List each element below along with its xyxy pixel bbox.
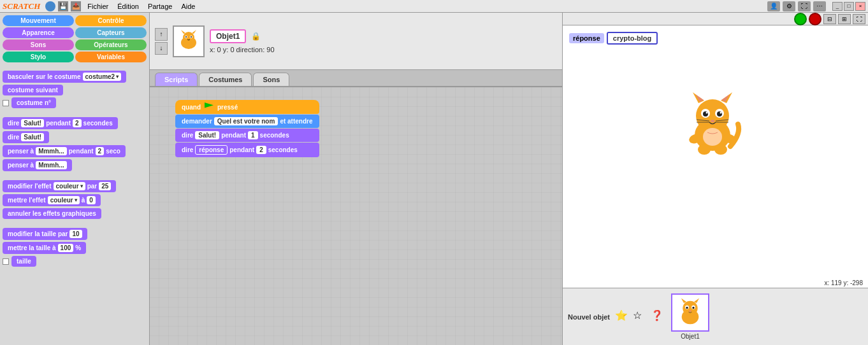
size-val[interactable]: 10 <box>69 230 82 238</box>
think-val[interactable]: Mmmh... <box>36 147 67 155</box>
cat-controle[interactable]: Contrôle <box>75 15 147 26</box>
svg-point-20 <box>711 120 714 122</box>
add-sprite-outline-icon[interactable]: ☆ <box>633 309 648 325</box>
block-effect-modify[interactable]: modifier l'effet couleur par 25 <box>3 180 116 192</box>
svg-point-9 <box>696 99 729 132</box>
block-costume-switch-row: basculer sur le costume costume2 <box>3 71 147 83</box>
sprite-panel: Nouvel objet ⭐ ☆ ❓ <box>563 288 868 345</box>
settings-icon[interactable]: ⚙ <box>783 1 795 11</box>
block-effect-set[interactable]: mettre l'effet couleur à 0 <box>3 194 101 206</box>
effect-set-val[interactable]: 0 <box>87 196 96 204</box>
right-panel: ⊟ ⊞ ⛶ réponse crypto-blog <box>562 13 868 345</box>
block-say-row: dire Salut! <box>3 131 147 143</box>
effect-type[interactable]: couleur <box>54 182 85 190</box>
menu-edition[interactable]: Édition <box>113 3 143 10</box>
think2-val[interactable]: Mmmh... <box>36 161 67 169</box>
block-say-response[interactable]: dire réponse pendant 2 secondes <box>175 143 319 157</box>
stage-size-small[interactable]: ⊟ <box>823 14 836 24</box>
minimize-btn[interactable]: _ <box>832 2 843 11</box>
effect-val[interactable]: 25 <box>99 182 111 190</box>
block-effect-clear[interactable]: annuler les effets graphiques <box>3 208 101 219</box>
user-icon[interactable]: 👤 <box>767 1 780 11</box>
sprite-nav-down[interactable]: ↓ <box>155 42 168 55</box>
say-seconds-val2[interactable]: 2 <box>73 119 82 127</box>
block-size-set[interactable]: mettre la taille à 100 % <box>3 242 86 254</box>
tab-costumes[interactable]: Costumes <box>199 73 252 86</box>
stage-size-large[interactable]: ⊞ <box>838 14 851 24</box>
block-say-seconds[interactable]: dire Salut! pendant 2 secondes <box>3 117 118 129</box>
menu-partage[interactable]: Partage <box>144 3 177 10</box>
svg-point-38 <box>689 310 691 312</box>
menu-aide[interactable]: Aide <box>177 3 199 10</box>
block-costume-num-row: costume n° <box>3 97 147 108</box>
block-size-modify[interactable]: modifier la taille par 10 <box>3 228 87 240</box>
cat-capteurs[interactable]: Capteurs <box>75 27 147 38</box>
effect-type2[interactable]: couleur <box>48 196 80 204</box>
costume-switch-val[interactable]: costume2 <box>83 73 122 81</box>
size-show-checkbox[interactable] <box>3 258 9 265</box>
share-icon[interactable]: 📤 <box>71 1 81 11</box>
cat-operateurs[interactable]: Opérateurs <box>75 39 147 50</box>
block-ask[interactable]: demander Quel est votre nom et attendre <box>175 115 319 128</box>
cat-mouvement[interactable]: Mouvement <box>3 15 74 26</box>
sprite-thumb[interactable] <box>671 293 709 332</box>
block-effect-set-row: mettre l'effet couleur à 0 <box>3 194 147 206</box>
cat-stylo[interactable]: Stylo <box>3 52 74 62</box>
cat-variables[interactable]: Variables <box>75 52 147 62</box>
block-say[interactable]: dire Salut! <box>3 131 49 143</box>
middle-panel: ↑ ↓ Objet1 <box>150 13 562 345</box>
tabs: Scripts Costumes Sons <box>150 70 562 87</box>
block-size-show[interactable]: taille <box>11 256 36 267</box>
block-think-seconds[interactable]: penser à Mmmh... pendant 2 seco <box>3 145 126 157</box>
save-icon[interactable]: 💾 <box>58 1 68 11</box>
block-think[interactable]: penser à Mmmh... <box>3 159 72 171</box>
svg-point-1 <box>183 32 194 43</box>
flag-icon <box>205 102 213 111</box>
say-seconds-val1[interactable]: Salut! <box>21 119 44 127</box>
sprite-coords: x: 0 y: 0 direction: 90 <box>210 46 275 53</box>
go-btn[interactable] <box>794 13 807 25</box>
cat-apparence[interactable]: Apparence <box>3 27 74 38</box>
block-costume-switch[interactable]: basculer sur le costume costume2 <box>3 71 126 83</box>
think-sec-val[interactable]: 2 <box>96 147 105 155</box>
stage-size-full[interactable]: ⛶ <box>853 14 865 24</box>
menu-fichier[interactable]: Fichier <box>83 3 112 10</box>
help-sprite-icon[interactable]: ❓ <box>651 309 666 325</box>
say-response-num[interactable]: 2 <box>256 146 266 154</box>
maximize-btn[interactable]: □ <box>844 2 854 11</box>
fullscreen-icon[interactable]: ⛶ <box>798 1 811 11</box>
sprite-nav-up[interactable]: ↑ <box>155 28 168 41</box>
sprite-name: Objet1 <box>210 29 246 43</box>
block-say-1sec[interactable]: dire Salut! pendant 1 secondes <box>175 129 319 142</box>
stage[interactable]: réponse crypto-blog <box>563 25 868 288</box>
size-set-val[interactable]: 100 <box>58 244 74 252</box>
block-think-row: penser à Mmmh... <box>3 159 147 171</box>
stop-btn[interactable] <box>809 13 821 25</box>
sprite-info: Objet1 🔒 x: 0 y: 0 direction: 90 <box>210 29 275 53</box>
close-btn[interactable]: × <box>855 2 865 11</box>
block-say-seconds-row: dire Salut! pendant 2 secondes <box>3 117 147 129</box>
block-next-costume-row: costume suivant <box>3 85 147 95</box>
tab-sons[interactable]: Sons <box>253 73 289 86</box>
cat-sons[interactable]: Sons <box>3 39 74 50</box>
say-val[interactable]: Salut! <box>21 133 44 141</box>
script-area[interactable]: quand pressé demander Quel est votre nom… <box>150 87 562 345</box>
block-next-costume[interactable]: costume suivant <box>3 85 63 95</box>
tab-scripts[interactable]: Scripts <box>155 73 198 86</box>
add-sprite-star-icon[interactable]: ⭐ <box>615 309 630 325</box>
costume-num-checkbox[interactable] <box>3 100 9 106</box>
block-when-flag[interactable]: quand pressé <box>175 100 319 114</box>
block-costume-num[interactable]: costume n° <box>11 97 56 108</box>
say-1sec-val[interactable]: Salut! <box>195 131 219 139</box>
sprite-thumbnail-cat <box>176 29 201 54</box>
more-icon[interactable]: ⋯ <box>813 1 826 11</box>
menubar: SCRATCH 💾 📤 Fichier Édition Partage Aide… <box>0 0 868 13</box>
response-label: réponse <box>569 33 604 43</box>
svg-marker-33 <box>694 299 699 304</box>
svg-point-6 <box>185 36 187 38</box>
say-response-val[interactable]: réponse <box>195 145 228 155</box>
say-1sec-num[interactable]: 1 <box>248 131 258 139</box>
ask-value[interactable]: Quel est votre nom <box>214 117 278 125</box>
globe-icon[interactable] <box>45 1 55 11</box>
svg-point-37 <box>692 307 694 309</box>
